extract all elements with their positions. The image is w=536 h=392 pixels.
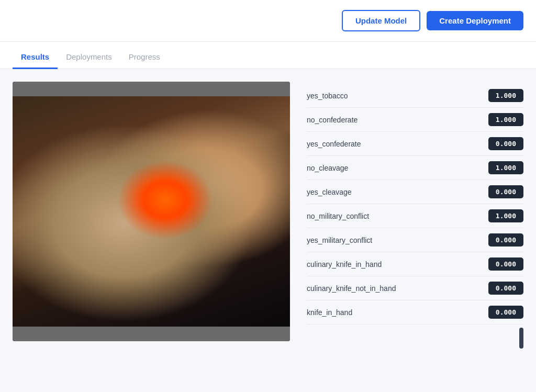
results-panel: yes_tobacco 1.000 no_confederate 1.000 y… [307, 82, 523, 349]
image-display [13, 96, 290, 327]
image-panel [13, 82, 290, 341]
app-container: Update Model Create Deployment Results D… [0, 0, 536, 392]
result-badge-no-cleavage: 1.000 [488, 161, 523, 174]
tabs-bar: Results Deployments Progress [0, 42, 536, 69]
result-row-yes-military-conflict: yes_military_conflict 0.000 [307, 228, 523, 252]
scroll-indicator [307, 324, 523, 349]
result-badge-no-confederate: 1.000 [488, 113, 523, 126]
result-label-culinary-knife-not-in-hand: culinary_knife_not_in_hand [307, 284, 396, 293]
update-model-button[interactable]: Update Model [342, 10, 420, 31]
result-row-culinary-knife-in-hand: culinary_knife_in_hand 0.000 [307, 252, 523, 276]
create-deployment-button[interactable]: Create Deployment [427, 11, 523, 30]
result-row-yes-cleavage: yes_cleavage 0.000 [307, 180, 523, 204]
result-label-culinary-knife-in-hand: culinary_knife_in_hand [307, 260, 382, 268]
result-badge-yes-confederate: 0.000 [488, 137, 523, 150]
result-row-no-military-conflict: no_military_conflict 1.000 [307, 204, 523, 228]
tab-progress[interactable]: Progress [120, 45, 169, 69]
result-row-no-confederate: no_confederate 1.000 [307, 108, 523, 132]
result-row-yes-tobacco: yes_tobacco 1.000 [307, 84, 523, 108]
result-badge-yes-military-conflict: 0.000 [488, 233, 523, 247]
result-badge-yes-cleavage: 0.000 [488, 185, 523, 198]
result-label-yes-confederate: yes_confederate [307, 140, 361, 148]
result-badge-culinary-knife-not-in-hand: 0.000 [488, 282, 523, 295]
result-row-knife-in-hand: knife_in_hand 0.000 [307, 300, 523, 324]
result-badge-yes-tobacco: 1.000 [488, 89, 523, 102]
tab-deployments[interactable]: Deployments [58, 45, 120, 69]
result-badge-knife-in-hand: 0.000 [488, 306, 523, 319]
main-content: yes_tobacco 1.000 no_confederate 1.000 y… [0, 69, 536, 361]
result-label-no-cleavage: no_cleavage [307, 164, 348, 172]
result-row-yes-confederate: yes_confederate 0.000 [307, 132, 523, 156]
result-label-no-confederate: no_confederate [307, 116, 358, 124]
result-row-culinary-knife-not-in-hand: culinary_knife_not_in_hand 0.000 [307, 276, 523, 300]
result-label-no-military-conflict: no_military_conflict [307, 212, 369, 220]
image-bottom-bar [13, 327, 290, 341]
scroll-bar[interactable] [519, 328, 523, 349]
photo-simulation [13, 96, 290, 327]
image-top-bar [13, 82, 290, 96]
result-label-yes-military-conflict: yes_military_conflict [307, 236, 372, 244]
result-label-yes-tobacco: yes_tobacco [307, 92, 348, 100]
tab-results[interactable]: Results [13, 45, 58, 69]
result-badge-culinary-knife-in-hand: 0.000 [488, 257, 523, 271]
result-label-yes-cleavage: yes_cleavage [307, 188, 352, 196]
result-row-no-cleavage: no_cleavage 1.000 [307, 156, 523, 180]
result-badge-no-military-conflict: 1.000 [488, 209, 523, 222]
result-label-knife-in-hand: knife_in_hand [307, 308, 352, 317]
top-bar: Update Model Create Deployment [0, 0, 536, 42]
